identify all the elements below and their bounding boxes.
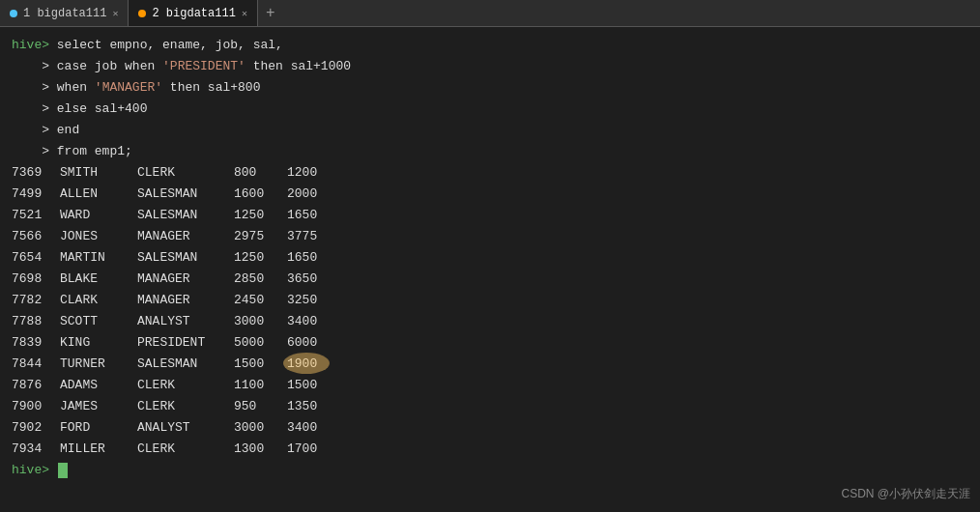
- highlighted-value: 1900: [287, 354, 340, 375]
- tab-2[interactable]: 2 bigdata111 ✕: [129, 0, 257, 26]
- row-7839: 7839KINGPRESIDENT50006000: [12, 332, 968, 354]
- row-7900: 7900JAMESCLERK9501350: [12, 396, 968, 417]
- row-7499: 7499ALLENSALESMAN16002000: [12, 184, 968, 205]
- query-line-4: > else sal+400: [12, 99, 968, 120]
- query-line-1: hive> select empno, ename, job, sal,: [12, 35, 968, 56]
- row-7369: 7369SMITHCLERK8001200: [12, 162, 968, 184]
- prompt-3: >: [12, 77, 57, 99]
- tab-add-button[interactable]: +: [258, 0, 283, 27]
- terminal: hive> select empno, ename, job, sal, > c…: [0, 27, 980, 512]
- row-7902: 7902FORDANALYST30003400: [12, 417, 968, 439]
- query-line-3: > when 'MANAGER' then sal+800: [12, 77, 968, 99]
- tab-bar: 1 bigdata111 ✕ 2 bigdata111 ✕ +: [0, 0, 980, 27]
- query-line-6: > from emp1;: [12, 141, 968, 162]
- row-7844: 7844TURNERSALESMAN15001900: [12, 354, 968, 375]
- row-7788: 7788SCOTTANALYST30003400: [12, 311, 968, 332]
- query-line-2: > case job when 'PRESIDENT' then sal+100…: [12, 56, 968, 77]
- tab-2-dot: [138, 10, 146, 17]
- watermark: CSDN @小孙伏剑走天涯: [841, 486, 970, 502]
- query-text-6: from emp1;: [57, 141, 132, 162]
- prompt-5: >: [12, 120, 57, 141]
- row-7566: 7566JONESMANAGER29753775: [12, 226, 968, 247]
- row-7654: 7654MARTINSALESMAN12501650: [12, 247, 968, 269]
- row-7782: 7782CLARKMANAGER24503250: [12, 290, 968, 311]
- prompt-2: >: [12, 56, 57, 77]
- end-prompt: hive>: [12, 460, 57, 481]
- tab-1-label: 1 bigdata111: [23, 7, 106, 20]
- query-text-3: when 'MANAGER' then sal+800: [57, 77, 261, 99]
- prompt-4: >: [12, 99, 57, 120]
- query-text-2: case job when 'PRESIDENT' then sal+1000: [57, 56, 351, 77]
- tab-2-label: 2 bigdata111: [152, 7, 235, 20]
- row-7521: 7521WARDSALESMAN12501650: [12, 205, 968, 226]
- row-7876: 7876ADAMSCLERK11001500: [12, 375, 968, 396]
- end-prompt-line: hive>: [12, 460, 968, 481]
- tab-1-dot: [10, 10, 17, 17]
- tab-1-close[interactable]: ✕: [112, 8, 118, 19]
- row-7698: 7698BLAKEMANAGER28503650: [12, 269, 968, 290]
- tab-1[interactable]: 1 bigdata111 ✕: [0, 0, 129, 26]
- cursor-block: [58, 463, 68, 478]
- query-text-4: else sal+400: [57, 99, 148, 120]
- prompt-1: hive>: [12, 35, 57, 56]
- tab-2-close[interactable]: ✕: [242, 8, 247, 19]
- query-text-5: end: [57, 120, 79, 141]
- row-7934: 7934MILLERCLERK13001700: [12, 439, 968, 460]
- query-line-5: > end: [12, 120, 968, 141]
- prompt-6: >: [12, 141, 57, 162]
- query-text-1: select empno, ename, job, sal,: [57, 35, 283, 56]
